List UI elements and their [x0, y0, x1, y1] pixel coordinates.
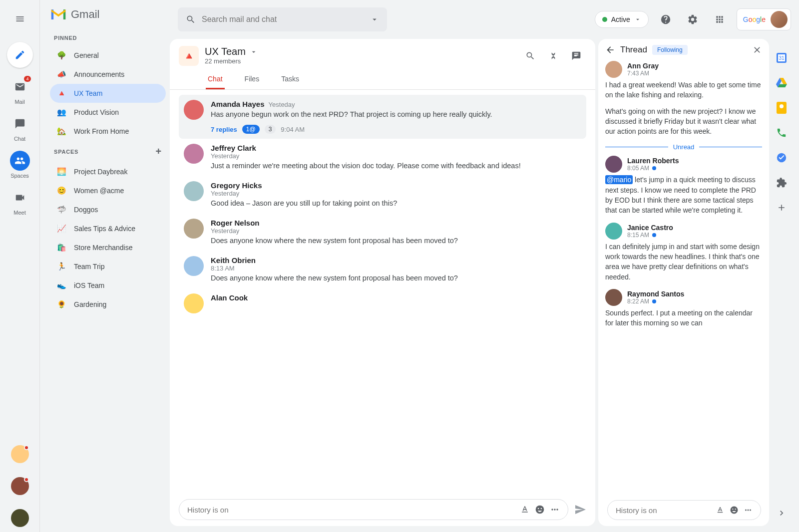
addons-app[interactable]	[775, 176, 789, 190]
thread-icon	[571, 51, 581, 61]
status-chip[interactable]: Active	[595, 11, 649, 28]
sidebar-item-product-vision[interactable]: 👥Product Vision	[50, 103, 166, 122]
message-item[interactable]: Roger Nelson Yesterday Does anyone know …	[179, 214, 586, 251]
addon-icon	[776, 177, 787, 188]
sidebar-item-announcements[interactable]: 📣Announcements	[50, 65, 166, 84]
rail-item-spaces[interactable]: Spaces	[6, 151, 34, 179]
chat-search-button[interactable]	[520, 46, 540, 66]
close-button[interactable]	[752, 45, 762, 55]
google-account[interactable]: Google	[737, 8, 791, 30]
tab-files[interactable]: Files	[243, 70, 262, 89]
rail-item-mail[interactable]: 4 Mail	[6, 77, 34, 105]
phone-icon	[776, 127, 787, 138]
calendar-app[interactable]: 31	[775, 51, 789, 65]
brand-logo[interactable]: Gmail	[50, 8, 166, 30]
tree-icon: 🌳	[56, 50, 67, 61]
add-app-button[interactable]	[775, 201, 789, 215]
send-button[interactable]	[574, 504, 586, 516]
message-author: Roger Nelson	[211, 219, 260, 227]
message-item[interactable]: Amanda HayesYesteday Has anyone begun wo…	[179, 95, 586, 139]
unread-dot-icon	[652, 299, 656, 303]
message-item[interactable]: Gregory Hicks Yesterday Good idea – Jaso…	[179, 176, 586, 214]
thread-author: Lauren Roberts	[627, 157, 679, 165]
emoji-icon[interactable]	[535, 505, 545, 515]
compose-input-box[interactable]	[179, 499, 568, 520]
sidebar-item-gardening[interactable]: 🌻Gardening	[50, 295, 166, 314]
sidebar-item-wfh[interactable]: 🏡Work From Home	[50, 122, 166, 141]
message-item[interactable]: Jeffrey Clark Yesterday Just a reminder …	[179, 139, 586, 176]
format-icon[interactable]	[716, 506, 725, 515]
avatar	[605, 61, 622, 78]
search-input[interactable]	[202, 15, 364, 24]
dropdown-icon[interactable]	[370, 15, 379, 24]
thread-message[interactable]: Lauren Roberts8:05 AM @mario let's jump …	[605, 156, 762, 215]
avatar	[184, 144, 204, 164]
back-button[interactable]	[605, 45, 615, 55]
sidebar-item-general[interactable]: 🌳General	[50, 46, 166, 65]
chat-head-2[interactable]	[11, 477, 29, 495]
drive-icon	[776, 78, 787, 88]
tab-tasks[interactable]: Tasks	[279, 70, 301, 89]
sidebar-item-sales[interactable]: 📈Sales Tips & Advice	[50, 219, 166, 238]
sidebar-item-daybreak[interactable]: 🌅Project Daybreak	[50, 162, 166, 181]
messages-list: Amanda HayesYesteday Has anyone begun wo…	[170, 90, 595, 493]
contacts-app[interactable]	[775, 126, 789, 140]
thread-message[interactable]: Raymond Santos8:22 AM Sounds perfect. I …	[605, 289, 762, 328]
message-item[interactable]: Alan Cook	[179, 288, 586, 318]
unread-dot-icon	[652, 233, 656, 237]
menu-button[interactable]	[10, 9, 30, 29]
tab-chat[interactable]: Chat	[206, 70, 225, 89]
rail-item-meet[interactable]: Meet	[6, 188, 34, 216]
triangle-icon: 🔺	[56, 88, 67, 99]
avatar	[184, 181, 204, 201]
help-icon	[660, 14, 671, 25]
thread-compose-input[interactable]	[616, 506, 711, 515]
chat-head-1[interactable]	[11, 445, 29, 463]
compose-button[interactable]	[7, 42, 33, 68]
settings-button[interactable]	[683, 9, 703, 29]
message-author: Gregory Hicks	[211, 181, 262, 190]
thread-message[interactable]: Ann Gray7:43 AM I had a great weekend! W…	[605, 61, 762, 136]
emoji-icon[interactable]	[730, 506, 739, 515]
tasks-app[interactable]	[775, 151, 789, 165]
thread-composer	[598, 494, 769, 526]
composer	[170, 493, 595, 526]
thread-compose-box[interactable]	[607, 500, 761, 520]
search-box[interactable]	[178, 7, 387, 31]
sidebar-item-ios[interactable]: 👟iOS Team	[50, 276, 166, 295]
add-space-button[interactable]: +	[156, 146, 162, 157]
keep-app[interactable]	[775, 101, 789, 115]
mail-icon	[14, 81, 25, 92]
sidebar-item-doggos[interactable]: 🦈Doggos	[50, 200, 166, 219]
message-text: Has anyone begun work on the next PRD? T…	[211, 109, 581, 120]
message-item[interactable]: Keith Obrien 8:13 AM Does anyone know wh…	[179, 251, 586, 288]
chat-head-3[interactable]	[11, 509, 29, 527]
compose-input[interactable]	[187, 506, 515, 514]
search-icon	[525, 51, 535, 61]
sidebar-item-trip[interactable]: 🏃Team Trip	[50, 257, 166, 276]
replies-link[interactable]: 7 replies	[211, 126, 237, 133]
format-icon[interactable]	[520, 505, 530, 515]
help-button[interactable]	[656, 9, 676, 29]
more-icon[interactable]	[550, 505, 560, 515]
sidebar-item-store[interactable]: 🛍️Store Merchandise	[50, 238, 166, 257]
nav-rail: 4 Mail Chat Spaces Meet	[0, 0, 40, 532]
rail-item-chat[interactable]: Chat	[6, 114, 34, 142]
avatar[interactable]	[771, 11, 788, 28]
sidebar-item-ux-team[interactable]: 🔺UX Team	[50, 84, 166, 103]
thread-message[interactable]: Janice Castro8:15 AM I can definitely ju…	[605, 223, 762, 282]
tabs: Chat Files Tasks	[170, 66, 595, 90]
collapse-apps-button[interactable]	[775, 506, 789, 520]
mention[interactable]: @mario	[605, 175, 633, 184]
apps-button[interactable]	[710, 9, 730, 29]
drive-app[interactable]	[775, 76, 789, 90]
avatar	[184, 256, 204, 276]
chevron-down-icon[interactable]	[250, 48, 258, 56]
megaphone-icon: 📣	[56, 69, 67, 80]
following-chip[interactable]: Following	[652, 45, 688, 55]
open-thread-button[interactable]	[566, 46, 586, 66]
rail-label: Meet	[13, 210, 25, 216]
more-icon[interactable]	[744, 506, 753, 515]
collapse-button[interactable]	[543, 46, 563, 66]
sidebar-item-women[interactable]: 😊Women @acme	[50, 181, 166, 200]
